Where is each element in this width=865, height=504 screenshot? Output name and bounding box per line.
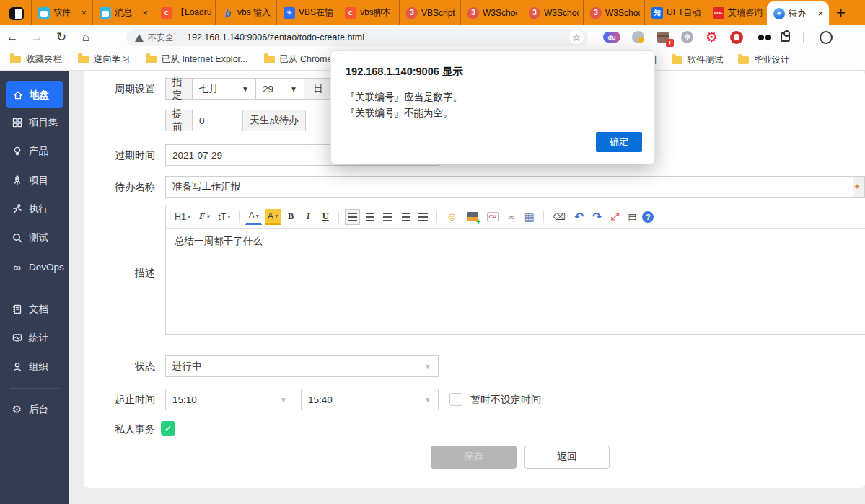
tab-close-icon[interactable]: × — [79, 7, 88, 18]
month-select[interactable]: 七月 ▼ — [192, 78, 256, 100]
sidebar-item-program[interactable]: 项目集 — [0, 108, 69, 137]
package-extension-icon[interactable]: ! — [656, 30, 669, 44]
bookmark-folder-from-ie[interactable]: 已从 Internet Explor... — [146, 53, 248, 66]
status-select[interactable]: 进行中 ▼ — [165, 355, 439, 377]
tab-baidu-vbs[interactable]: ✳ VBS在输 — [276, 0, 338, 25]
folder-icon — [738, 56, 749, 64]
sidebar-item-stats[interactable]: 统计 — [0, 324, 69, 353]
save-button-disabled[interactable]: 保存 — [431, 446, 517, 469]
remove-format-button[interactable]: ⌫ — [550, 209, 568, 225]
refresh-icon[interactable]: ↻ — [49, 30, 74, 45]
undo-button[interactable]: ↶ — [571, 209, 587, 225]
private-checkbox-checked[interactable]: ✓ — [161, 421, 175, 436]
dark-glasses-extension-icon[interactable] — [754, 30, 768, 44]
description-text[interactable]: 总结一周都干了什么 — [166, 229, 865, 255]
tab-zhihu-uft[interactable]: 知 UFT自动 — [644, 0, 706, 25]
align-right-button[interactable] — [380, 209, 395, 225]
tab-actions-icon[interactable] — [9, 7, 24, 20]
sidebar-item-devops[interactable]: ∞ DevOps — [0, 252, 69, 281]
bookmark-folder-graduation-design[interactable]: 毕业设计 — [738, 54, 790, 66]
begin-time-value: 15:10 — [172, 394, 197, 405]
home-icon[interactable]: ⌂ — [74, 30, 98, 45]
tab-label: 艾瑞咨询 — [728, 6, 763, 19]
highlight-color-button[interactable]: A — [265, 209, 281, 225]
globe-extension-icon[interactable] — [631, 30, 645, 44]
tab-w3school-3[interactable]: 3 W3Schoo — [583, 0, 644, 25]
extensions-puzzle-icon[interactable] — [778, 30, 792, 44]
end-time-select[interactable]: 15:40 ▼ — [301, 389, 439, 410]
sidebar-item-qa[interactable]: 测试 — [0, 224, 69, 252]
align-left-button[interactable] — [345, 209, 360, 225]
toolbar-separator — [338, 211, 339, 223]
bookmark-folder-favorites[interactable]: 收藏夹栏 — [10, 53, 62, 66]
code-block-button[interactable]: C# — [484, 209, 501, 225]
extension-badge: ! — [666, 39, 674, 47]
underline-button[interactable]: U — [318, 209, 333, 225]
stop-hand-extension-icon[interactable] — [729, 30, 743, 44]
bookmark-folder-reverse-learning[interactable]: 逆向学习 — [78, 53, 130, 66]
sidebar-item-project[interactable]: 项目 — [0, 166, 69, 195]
font-color-button[interactable]: A — [245, 209, 261, 225]
address-bar[interactable]: 不安全 192.168.1.140:9006/zentao/todo-creat… — [126, 29, 588, 46]
tab-csdn-vbs-script[interactable]: C vbs脚本 — [338, 0, 399, 25]
tab-pdf-iresearch[interactable]: PDF 艾瑞咨询 — [706, 0, 767, 25]
adblock-gear-extension-icon[interactable]: ⚙ — [705, 30, 719, 44]
profile-icon-partial[interactable] — [814, 30, 828, 44]
sidebar-item-execution[interactable]: 执行 — [0, 195, 69, 224]
font-size-button[interactable]: tT — [215, 209, 233, 225]
security-label[interactable]: 不安全 — [148, 32, 174, 44]
url-text[interactable]: 192.168.1.140:9006/zentao/todo-create.ht… — [187, 32, 569, 43]
add-favorite-star-icon[interactable]: ☆ — [569, 30, 584, 45]
sidebar-item-admin[interactable]: ⚙ 后台 — [0, 395, 69, 424]
tab-label: 消息 — [115, 6, 137, 19]
gray-extension-icon[interactable]: ✻ — [680, 30, 694, 44]
days-before-input[interactable] — [192, 110, 243, 131]
tab-w3school-1[interactable]: 3 W3Schoo — [460, 0, 522, 25]
sidebar-item-org[interactable]: 组织 — [0, 353, 69, 381]
heading-button[interactable]: H1 — [172, 209, 193, 225]
fullscreen-button[interactable]: ⤢ — [607, 209, 622, 225]
tab-bing-vbs[interactable]: b vbs 输入 — [215, 0, 276, 25]
tab-close-icon[interactable]: × — [141, 7, 149, 18]
todo-name-input[interactable] — [165, 176, 853, 198]
baidu-favicon: ✳ — [284, 7, 295, 19]
tab-bilibili-2[interactable]: 消息 × — [92, 0, 154, 25]
tab-w3school-2[interactable]: 3 W3Schoo — [522, 0, 583, 25]
insert-table-button[interactable]: ▦ — [522, 209, 537, 225]
sidebar-item-my-dashboard[interactable]: 地盘 — [6, 81, 63, 108]
tab-bilibili-1[interactable]: 软件 × — [31, 0, 92, 25]
back-button[interactable]: 返回 — [524, 446, 610, 469]
sidebar-item-label: 执行 — [29, 203, 48, 216]
emoji-button[interactable]: ☺ — [443, 209, 460, 225]
begin-time-select[interactable]: 15:10 ▼ — [165, 389, 294, 410]
name-suggest-addon-icon[interactable]: ✦ — [853, 176, 865, 198]
sidebar-item-product[interactable]: 产品 — [0, 137, 69, 166]
insert-link-button[interactable]: ∞ — [504, 209, 519, 225]
redo-button[interactable]: ↷ — [589, 209, 605, 225]
sidebar-item-doc[interactable]: 文档 — [0, 295, 69, 324]
tab-close-icon[interactable]: × — [816, 8, 825, 19]
align-center-button[interactable] — [363, 209, 377, 225]
source-code-button[interactable]: ▤ — [625, 209, 639, 225]
tab-csdn-loadrunner[interactable]: C 【Loadru — [154, 0, 215, 25]
new-tab-button[interactable]: + — [836, 5, 846, 21]
no-time-checkbox[interactable] — [449, 393, 462, 406]
chevron-down-icon: ▼ — [290, 85, 297, 93]
bookmark-folder-software-testing[interactable]: 软件测试 — [672, 54, 724, 66]
baidu-translate-extension-icon[interactable]: du — [603, 32, 620, 43]
tab-active-todo[interactable]: ✦ 待办 × — [767, 1, 829, 25]
day-select[interactable]: 29 ▼ — [255, 78, 304, 100]
csdn-favicon: C — [161, 7, 172, 19]
font-family-button[interactable]: F — [196, 209, 212, 225]
chevron-down-icon: ▼ — [424, 363, 431, 371]
help-button[interactable]: ? — [642, 211, 654, 223]
insert-image-button[interactable] — [464, 209, 481, 225]
bold-button[interactable]: B — [284, 209, 298, 225]
tab-w3school-vbscript[interactable]: 3 VBScript — [399, 0, 460, 25]
back-icon[interactable]: ← — [0, 30, 25, 45]
toolbar-separator — [436, 211, 437, 223]
ordered-list-button[interactable] — [398, 209, 413, 225]
italic-button[interactable]: I — [301, 209, 315, 225]
dialog-ok-button[interactable]: 确定 — [596, 132, 642, 152]
unordered-list-button[interactable] — [416, 209, 431, 225]
